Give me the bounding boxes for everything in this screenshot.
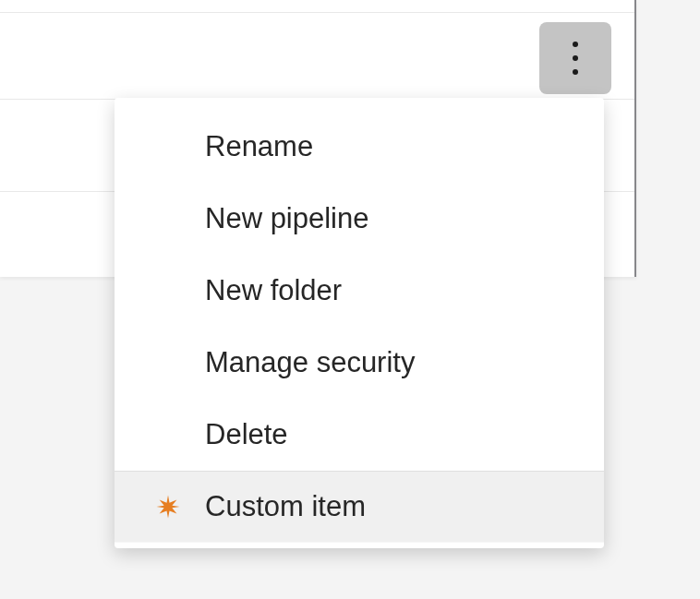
- menu-item-label: Custom item: [205, 490, 366, 523]
- menu-item-label: Delete: [205, 418, 288, 451]
- vertical-ellipsis-icon: [573, 42, 578, 75]
- menu-item-label: Rename: [205, 130, 313, 163]
- menu-item-manage-security[interactable]: Manage security: [115, 327, 604, 399]
- menu-item-label: New folder: [205, 274, 342, 307]
- menu-item-new-folder[interactable]: New folder: [115, 255, 604, 327]
- asterisk-icon: [150, 488, 187, 525]
- menu-item-label: Manage security: [205, 346, 415, 379]
- panel-row: [0, 13, 634, 100]
- menu-item-custom[interactable]: Custom item: [115, 471, 604, 543]
- menu-item-delete[interactable]: Delete: [115, 399, 604, 471]
- panel-row: [0, 0, 634, 13]
- menu-item-rename[interactable]: Rename: [115, 111, 604, 183]
- menu-item-label: New pipeline: [205, 202, 369, 235]
- context-menu: Rename New pipeline New folder Manage se…: [115, 98, 604, 548]
- more-options-button[interactable]: [539, 22, 611, 94]
- menu-item-new-pipeline[interactable]: New pipeline: [115, 183, 604, 255]
